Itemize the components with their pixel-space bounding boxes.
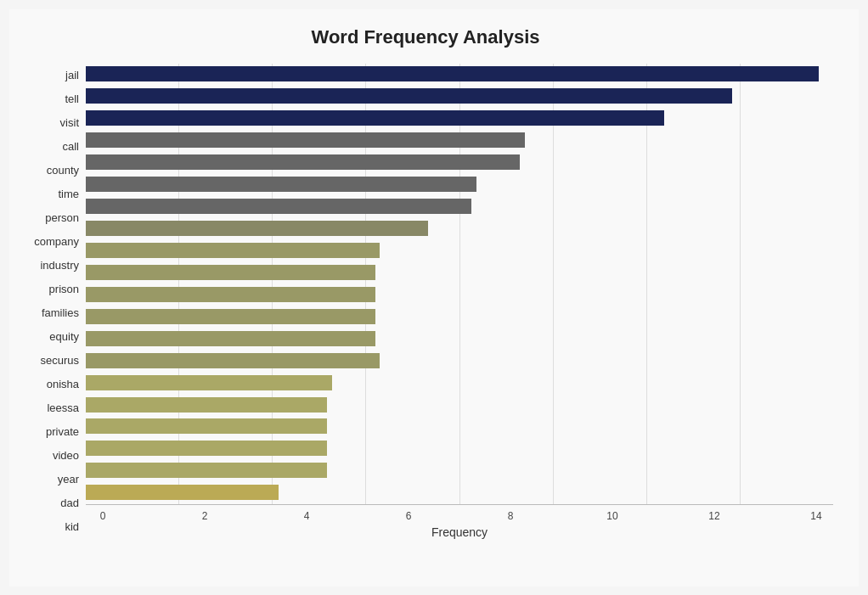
x-tick: 0: [86, 510, 120, 522]
bar-row: [86, 154, 833, 171]
chart-area: jailtellvisitcallcountytimepersoncompany…: [18, 64, 833, 539]
bar-row: [86, 87, 833, 104]
bar: [86, 132, 525, 148]
bars-rows: [86, 64, 833, 504]
x-axis: 02468101214: [86, 504, 833, 522]
x-tick: 12: [697, 510, 731, 522]
y-label: onisha: [47, 375, 79, 394]
y-label: equity: [49, 328, 79, 346]
bar: [86, 397, 327, 413]
y-axis: jailtellvisitcallcountytimepersoncompany…: [18, 64, 86, 539]
bar-row: [86, 308, 833, 325]
bar-row: [86, 484, 833, 501]
x-tick: 8: [493, 510, 527, 522]
y-label: tell: [65, 90, 79, 109]
bar: [86, 309, 375, 324]
y-label: company: [34, 233, 79, 251]
bar-row: [86, 176, 833, 193]
bar-row: [86, 462, 833, 479]
bar: [86, 221, 428, 236]
bar: [86, 199, 471, 214]
bar: [86, 177, 476, 192]
bar-row: [86, 65, 833, 82]
bar: [86, 287, 375, 302]
y-label: kid: [65, 518, 79, 536]
y-label: families: [42, 304, 79, 323]
bar: [86, 353, 380, 368]
x-tick: 2: [188, 510, 222, 522]
bar-row: [86, 264, 833, 281]
x-tick: 10: [595, 510, 629, 522]
bars-area: [86, 64, 833, 504]
bar: [86, 485, 279, 500]
bar: [86, 331, 375, 346]
x-tick: 4: [290, 510, 324, 522]
y-label: private: [46, 423, 79, 441]
bar-row: [86, 396, 833, 413]
bar-row: [86, 109, 833, 126]
bar: [86, 243, 380, 258]
bar: [86, 441, 327, 456]
x-tick: 14: [799, 510, 833, 522]
bar-row: [86, 286, 833, 303]
bar: [86, 463, 327, 478]
y-label: time: [58, 185, 79, 204]
y-label: call: [62, 138, 79, 156]
y-label: person: [45, 209, 79, 227]
y-label: visit: [60, 114, 79, 132]
y-label: prison: [49, 280, 79, 299]
y-label: dad: [60, 494, 79, 513]
chart-container: Word Frequency Analysis jailtellvisitcal…: [9, 9, 859, 587]
y-label: industry: [40, 256, 79, 275]
y-label: year: [58, 470, 79, 489]
y-label: leessa: [47, 399, 79, 418]
bar-row: [86, 198, 833, 215]
bar: [86, 110, 664, 126]
bar: [86, 154, 520, 170]
bar: [86, 418, 327, 434]
x-axis-label: Frequency: [86, 525, 833, 539]
bar-row: [86, 440, 833, 457]
y-label: jail: [65, 66, 79, 85]
bar-row: [86, 352, 833, 369]
chart-title: Word Frequency Analysis: [18, 26, 833, 48]
bars-and-xaxis: 02468101214 Frequency: [86, 64, 833, 539]
y-label: video: [53, 446, 79, 465]
bar: [86, 265, 375, 280]
bar-row: [86, 374, 833, 391]
bar: [86, 88, 732, 104]
bar-row: [86, 242, 833, 259]
x-tick: 6: [392, 510, 426, 522]
y-label: county: [47, 161, 79, 180]
bar-row: [86, 330, 833, 347]
y-label: securus: [40, 351, 79, 370]
bar-row: [86, 132, 833, 149]
bar: [86, 66, 819, 81]
bar-row: [86, 220, 833, 237]
bar: [86, 375, 332, 390]
bar-row: [86, 418, 833, 435]
